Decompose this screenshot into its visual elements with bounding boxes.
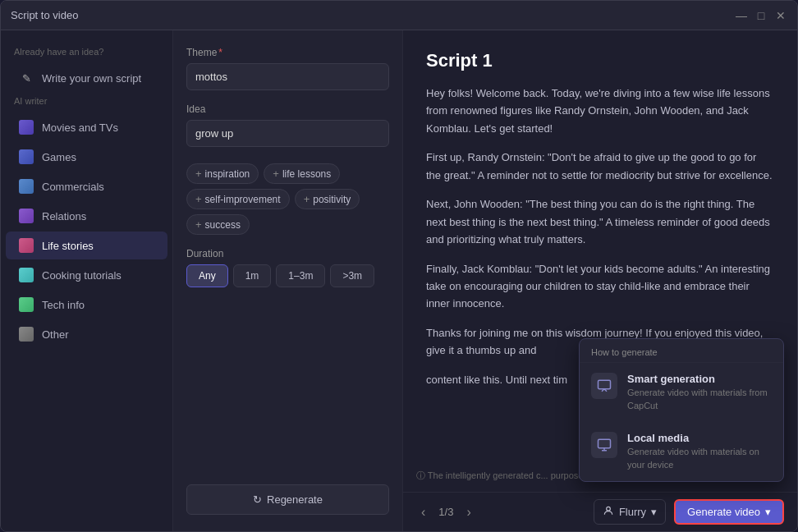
tag-life-lessons[interactable]: +life lessons (264, 163, 340, 184)
duration-row: Any 1m 1–3m >3m (186, 264, 389, 287)
local-media-icon (591, 432, 617, 458)
script-para-1: Hey folks! Welcome back. Today, we're di… (426, 85, 774, 137)
smart-generation-text: Smart generation Generate video with mat… (627, 373, 772, 412)
script-panel: Script 1 Hey folks! Welcome back. Today,… (403, 30, 797, 531)
dropdown-local-media[interactable]: Local media Generate video with material… (580, 422, 783, 481)
minimize-button[interactable]: — (735, 9, 748, 22)
sidebar-item-other[interactable]: Other (6, 320, 167, 348)
tech-icon (19, 297, 34, 312)
duration-1m[interactable]: 1m (233, 264, 272, 287)
sidebar-other-label: Other (42, 328, 69, 341)
sidebar-life-stories-label: Life stories (42, 240, 94, 252)
window-title: Script to video (11, 9, 78, 21)
tag-positivity[interactable]: +positivity (295, 189, 360, 209)
idea-input[interactable] (186, 120, 389, 147)
maximize-button[interactable]: □ (754, 9, 768, 22)
sidebar-commercials-label: Commercials (42, 181, 104, 193)
script-title: Script 1 (426, 50, 774, 71)
tag-self-improvement[interactable]: +self-improvement (186, 189, 290, 209)
sidebar-item-movies[interactable]: Movies and TVs (6, 113, 167, 141)
theme-field: Theme* (186, 47, 389, 90)
dropdown-smart-generation[interactable]: Smart generation Generate video with mat… (580, 363, 783, 422)
close-button[interactable]: ✕ (774, 9, 787, 22)
sidebar-item-tech[interactable]: Tech info (6, 291, 167, 319)
sidebar-item-games[interactable]: Games (6, 143, 167, 171)
duration-label: Duration (186, 248, 389, 259)
sidebar-section-ai: AI writer (1, 93, 172, 112)
sidebar-item-cooking[interactable]: Cooking tutorials (6, 261, 167, 289)
dropdown-header: How to generate (580, 339, 783, 363)
user-label: Flurry (619, 506, 646, 518)
commercials-icon (19, 179, 34, 194)
svg-point-4 (607, 507, 611, 511)
script-para-3: Next, John Wooden: "The best thing you c… (426, 195, 774, 248)
local-media-title: Local media (627, 432, 772, 444)
script-para-2: First up, Randy Ornstein: "Don't be afra… (426, 149, 774, 184)
tags-container: +inspiration +life lessons +self-improve… (186, 163, 389, 235)
sidebar-relations-label: Relations (42, 210, 86, 222)
info-icon: ⓘ (416, 470, 425, 480)
sidebar-section-idea: Already have an idea? (1, 44, 172, 63)
regenerate-icon: ↻ (253, 493, 262, 506)
user-button[interactable]: Flurry ▾ (594, 499, 666, 525)
sidebar-item-write-own[interactable]: ✎ Write your own script (6, 64, 167, 92)
sidebar: Already have an idea? ✎ Write your own s… (1, 30, 173, 531)
sidebar-item-relations[interactable]: Relations (6, 202, 167, 230)
relations-icon (19, 209, 34, 223)
script-bottom-bar: ‹ 1/3 › Flurry ▾ Generate vi (403, 492, 797, 531)
local-media-text: Local media Generate video with material… (627, 432, 772, 471)
user-dropdown-icon: ▾ (651, 506, 657, 518)
sidebar-write-own-label: Write your own script (42, 72, 141, 85)
idea-label: Idea (186, 103, 389, 115)
tag-inspiration[interactable]: +inspiration (186, 163, 259, 184)
title-bar-controls: — □ ✕ (735, 9, 787, 22)
sidebar-item-commercials[interactable]: Commercials (6, 172, 167, 200)
duration-any[interactable]: Any (186, 264, 228, 287)
next-page-button[interactable]: › (461, 503, 475, 521)
main-content: Already have an idea? ✎ Write your own s… (1, 30, 797, 531)
page-indicator: 1/3 (438, 506, 453, 518)
smart-generation-icon (591, 373, 617, 399)
theme-label: Theme* (186, 47, 389, 58)
smart-generation-desc: Generate video with materials from CapCu… (627, 387, 772, 412)
movies-icon (19, 120, 34, 135)
bottom-right-controls: Flurry ▾ Generate video ▾ (594, 499, 784, 525)
smart-generation-title: Smart generation (627, 373, 772, 385)
regenerate-button[interactable]: ↻ Regenerate (186, 484, 389, 515)
generate-label: Generate video (687, 506, 760, 518)
games-icon (19, 149, 34, 164)
svg-rect-1 (598, 439, 611, 448)
idea-field: Idea (186, 103, 389, 147)
sidebar-games-label: Games (42, 151, 76, 163)
sidebar-cooking-label: Cooking tutorials (42, 269, 122, 282)
app-window: Script to video — □ ✕ Already have an id… (0, 0, 798, 532)
duration-1-3m[interactable]: 1–3m (276, 264, 325, 287)
local-media-desc: Generate video with materials on your de… (627, 446, 772, 471)
generate-dropdown-popup: How to generate Smart generation Generat… (579, 338, 784, 482)
theme-input[interactable] (186, 63, 389, 90)
pencil-icon: ✎ (19, 71, 34, 85)
middle-panel: Theme* Idea +inspiration +life lessons +… (173, 30, 403, 531)
title-bar: Script to video — □ ✕ (1, 1, 797, 30)
prev-page-button[interactable]: ‹ (416, 503, 430, 521)
cooking-icon (19, 268, 34, 282)
life-stories-icon (19, 238, 34, 253)
duration-3m-plus[interactable]: >3m (330, 264, 374, 287)
regenerate-label: Regenerate (267, 493, 323, 506)
user-icon (603, 505, 614, 519)
other-icon (19, 327, 34, 342)
svg-rect-0 (598, 381, 611, 390)
generate-arrow-icon: ▾ (765, 506, 771, 518)
script-para-4: Finally, Jack Komblau: "Don't let your k… (426, 260, 774, 313)
duration-field: Duration Any 1m 1–3m >3m (186, 248, 389, 287)
generate-video-button[interactable]: Generate video ▾ (674, 499, 784, 525)
sidebar-movies-label: Movies and TVs (42, 122, 118, 134)
sidebar-tech-label: Tech info (42, 299, 85, 311)
tag-success[interactable]: +success (186, 214, 250, 235)
sidebar-item-life-stories[interactable]: Life stories (6, 232, 167, 259)
pagination: ‹ 1/3 › (416, 503, 476, 521)
